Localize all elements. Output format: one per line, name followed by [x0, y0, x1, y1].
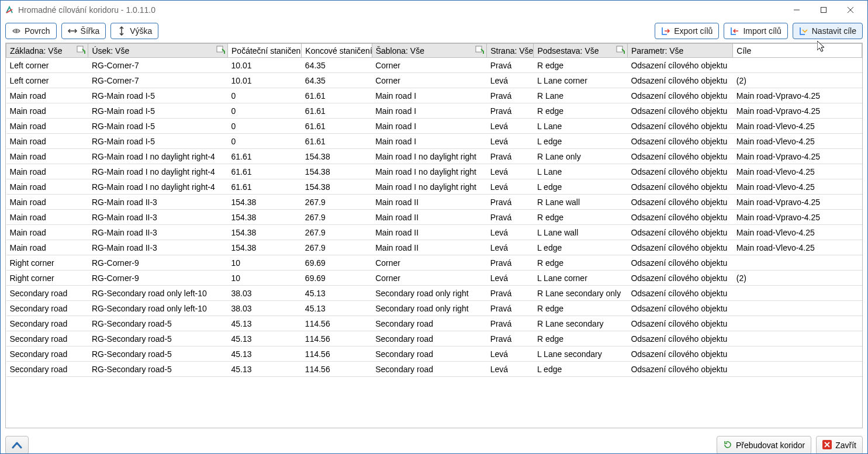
cell-usek[interactable]: RG-Secondary road only left-10: [88, 286, 228, 301]
cell-poc[interactable]: 0: [228, 134, 302, 149]
cell-cile[interactable]: [733, 58, 862, 73]
cell-kon[interactable]: 114.56: [302, 331, 372, 346]
usek-filter-icon[interactable]: [216, 46, 226, 55]
cell-usek[interactable]: RG-Main road I no daylight right-4: [88, 164, 228, 179]
cell-podsestava[interactable]: R edge: [534, 331, 627, 346]
cell-podsestava[interactable]: L edge: [534, 362, 627, 377]
cell-zakladna[interactable]: Main road: [6, 164, 88, 179]
table-row[interactable]: Main roadRG-Main road II-3154.38267.9Mai…: [6, 210, 862, 225]
cell-kon[interactable]: 61.61: [302, 88, 372, 103]
cell-kon[interactable]: 267.9: [302, 210, 372, 225]
cell-zakladna[interactable]: Main road: [6, 134, 88, 149]
cell-strana[interactable]: Pravá: [487, 58, 534, 73]
cell-usek[interactable]: RG-Secondary road-5: [88, 346, 228, 362]
cell-parametr[interactable]: Odsazení cílového objektu: [627, 58, 732, 73]
col-sablona[interactable]: Šablona: Vše: [372, 44, 487, 58]
povrch-button[interactable]: Povrch: [5, 23, 57, 39]
cell-sablona[interactable]: Secondary road only right: [372, 301, 487, 316]
cell-cile[interactable]: Main road-Vpravo-4.25: [733, 103, 862, 119]
cell-cile[interactable]: Main road-Vlevo-4.25: [733, 225, 862, 240]
cell-parametr[interactable]: Odsazení cílového objektu: [627, 88, 732, 103]
cell-zakladna[interactable]: Right corner: [6, 271, 88, 286]
cell-kon[interactable]: 45.13: [302, 301, 372, 316]
cell-podsestava[interactable]: R edge: [534, 58, 627, 73]
cell-cile[interactable]: [733, 255, 862, 271]
cell-cile[interactable]: Main road-Vlevo-4.25: [733, 240, 862, 255]
cell-strana[interactable]: Pravá: [487, 316, 534, 331]
cell-sablona[interactable]: Main road I no daylight right: [372, 164, 487, 179]
cell-parametr[interactable]: Odsazení cílového objektu: [627, 316, 732, 331]
cell-usek[interactable]: RG-Corner-7: [88, 58, 228, 73]
cell-parametr[interactable]: Odsazení cílového objektu: [627, 134, 732, 149]
cell-podsestava[interactable]: R edge: [534, 103, 627, 119]
cell-zakladna[interactable]: Main road: [6, 240, 88, 255]
cell-poc[interactable]: 10.01: [228, 58, 302, 73]
cell-cile[interactable]: [733, 346, 862, 362]
cell-sablona[interactable]: Secondary road only right: [372, 286, 487, 301]
cell-poc[interactable]: 0: [228, 119, 302, 134]
cell-usek[interactable]: RG-Secondary road-5: [88, 362, 228, 377]
cell-sablona[interactable]: Corner: [372, 73, 487, 88]
cell-podsestava[interactable]: L Lane corner: [534, 73, 627, 88]
prebudovat-button[interactable]: Přebudovat koridor: [717, 436, 811, 454]
table-row[interactable]: Secondary roadRG-Secondary road-545.1311…: [6, 362, 862, 377]
table-row[interactable]: Right cornerRG-Corner-91069.69CornerLevá…: [6, 271, 862, 286]
cell-cile[interactable]: [733, 362, 862, 377]
cell-sablona[interactable]: Main road I no daylight right: [372, 179, 487, 195]
cell-poc[interactable]: 154.38: [228, 210, 302, 225]
cell-parametr[interactable]: Odsazení cílového objektu: [627, 210, 732, 225]
cell-cile[interactable]: [733, 331, 862, 346]
cell-podsestava[interactable]: R edge: [534, 210, 627, 225]
cell-poc[interactable]: 10: [228, 255, 302, 271]
cell-poc[interactable]: 45.13: [228, 346, 302, 362]
cell-cile[interactable]: [733, 301, 862, 316]
cell-strana[interactable]: Pravá: [487, 286, 534, 301]
cell-zakladna[interactable]: Secondary road: [6, 362, 88, 377]
cell-kon[interactable]: 69.69: [302, 271, 372, 286]
col-parametr[interactable]: Parametr: Vše: [627, 44, 732, 58]
cell-kon[interactable]: 154.38: [302, 149, 372, 164]
table-row[interactable]: Secondary roadRG-Secondary road only lef…: [6, 286, 862, 301]
vyska-button[interactable]: Výška: [110, 23, 158, 39]
col-zakladna[interactable]: Základna: Vše: [6, 44, 88, 58]
cell-poc[interactable]: 61.61: [228, 164, 302, 179]
cell-podsestava[interactable]: L Lane: [534, 119, 627, 134]
cell-parametr[interactable]: Odsazení cílového objektu: [627, 164, 732, 179]
cell-strana[interactable]: Pravá: [487, 103, 534, 119]
cell-strana[interactable]: Levá: [487, 164, 534, 179]
table-row[interactable]: Right cornerRG-Corner-91069.69CornerPrav…: [6, 255, 862, 271]
maximize-button[interactable]: [810, 1, 837, 19]
cell-parametr[interactable]: Odsazení cílového objektu: [627, 255, 732, 271]
cell-usek[interactable]: RG-Main road II-3: [88, 195, 228, 210]
cell-cile[interactable]: Main road-Vlevo-4.25: [733, 134, 862, 149]
cell-kon[interactable]: 114.56: [302, 346, 372, 362]
cell-parametr[interactable]: Odsazení cílového objektu: [627, 362, 732, 377]
cell-sablona[interactable]: Main road I: [372, 134, 487, 149]
cell-zakladna[interactable]: Main road: [6, 210, 88, 225]
cell-parametr[interactable]: Odsazení cílového objektu: [627, 240, 732, 255]
cell-poc[interactable]: 0: [228, 103, 302, 119]
cell-usek[interactable]: RG-Main road I-5: [88, 134, 228, 149]
cell-strana[interactable]: Pravá: [487, 331, 534, 346]
cell-zakladna[interactable]: Main road: [6, 225, 88, 240]
cell-kon[interactable]: 64.35: [302, 73, 372, 88]
cell-sablona[interactable]: Main road II: [372, 225, 487, 240]
cell-strana[interactable]: Pravá: [487, 195, 534, 210]
cell-kon[interactable]: 64.35: [302, 58, 372, 73]
cell-zakladna[interactable]: Secondary road: [6, 331, 88, 346]
cell-sablona[interactable]: Secondary road: [372, 362, 487, 377]
cell-poc[interactable]: 45.13: [228, 362, 302, 377]
table-row[interactable]: Main roadRG-Main road I-5061.61Main road…: [6, 134, 862, 149]
cell-kon[interactable]: 267.9: [302, 240, 372, 255]
cell-podsestava[interactable]: R Lane secondary: [534, 316, 627, 331]
col-strana[interactable]: Strana: Vše: [487, 44, 534, 58]
table-row[interactable]: Main roadRG-Main road II-3154.38267.9Mai…: [6, 240, 862, 255]
cell-parametr[interactable]: Odsazení cílového objektu: [627, 195, 732, 210]
cell-kon[interactable]: 114.56: [302, 316, 372, 331]
cell-podsestava[interactable]: R Lane secondary only: [534, 286, 627, 301]
cell-cile[interactable]: Main road-Vpravo-4.25: [733, 149, 862, 164]
cell-poc[interactable]: 61.61: [228, 179, 302, 195]
cell-strana[interactable]: Pravá: [487, 88, 534, 103]
cell-strana[interactable]: Levá: [487, 179, 534, 195]
table-row[interactable]: Main roadRG-Main road I no daylight righ…: [6, 179, 862, 195]
